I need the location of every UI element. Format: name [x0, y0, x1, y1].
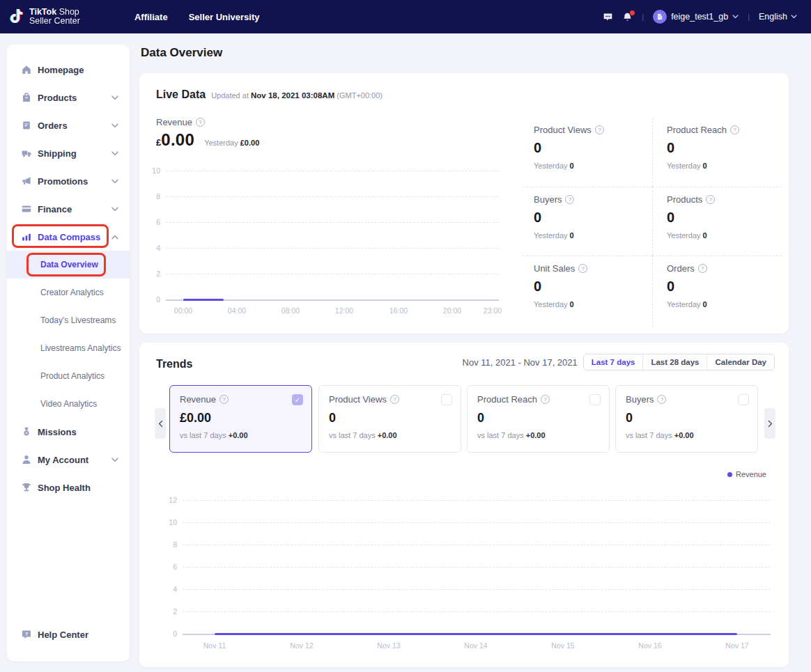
range-segmented-control: Last 7 daysLast 28 daysCalendar Day: [583, 354, 775, 370]
sidebar-item-label: Data Compass: [38, 232, 100, 242]
trends-chart: 121086420Nov 11Nov 12Nov 13Nov 14Nov 15N…: [139, 489, 789, 663]
sidebar-item-data-overview[interactable]: Data Overview: [7, 251, 130, 279]
stat-products: Products?0Yesterday 0: [652, 187, 782, 256]
y-tick-label: 4: [139, 585, 177, 593]
help-center-wrap: ? Help Center: [7, 620, 130, 648]
shop-health-icon: [21, 482, 32, 493]
header-nav: Affiliate Seller University: [134, 12, 260, 22]
carousel-right-button[interactable]: [764, 408, 775, 439]
updated-prefix: Updated at: [211, 91, 249, 100]
metric-card-label: Product Views: [329, 394, 387, 405]
sidebar-item-label: Shipping: [38, 148, 77, 159]
metric-card-buyers[interactable]: Buyers?0vs last 7 days +0.00: [615, 385, 758, 453]
live-data-title: Live Data: [156, 88, 206, 101]
sidebar-item-label: Finance: [38, 204, 72, 214]
sidebar-item-label: Products: [38, 93, 77, 103]
metric-card-revenue[interactable]: Revenue?✓£0.00vs last 7 days +0.00: [169, 385, 312, 453]
stat-value: 0: [667, 279, 782, 295]
checkbox-product-views[interactable]: [441, 394, 452, 405]
svg-text:?: ?: [25, 631, 29, 637]
question-circle-icon[interactable]: ?: [565, 195, 574, 204]
checkbox-revenue[interactable]: ✓: [292, 394, 303, 405]
metric-cards-row: Revenue?✓£0.00vs last 7 days +0.00Produc…: [139, 385, 789, 455]
x-tick-label: Nov 12: [284, 641, 319, 650]
question-circle-icon[interactable]: ?: [196, 118, 205, 127]
yesterday-value: 0: [570, 231, 574, 240]
sidebar-item-my-account[interactable]: My Account: [7, 446, 130, 474]
y-tick-label: 2: [139, 269, 160, 278]
sidebar-item-help-center[interactable]: ? Help Center: [7, 620, 130, 648]
revenue-data-line: [215, 633, 737, 635]
stat-yesterday: Yesterday 0: [667, 231, 782, 240]
yesterday-label: Yesterday: [667, 231, 703, 240]
y-tick-label: 0: [139, 295, 160, 304]
trends-card: Trends Nov 11, 2021 - Nov 17, 2021 Last …: [139, 343, 789, 667]
sidebar-item-data-compass[interactable]: Data Compass: [7, 223, 130, 251]
checkbox-product-reach[interactable]: [589, 394, 601, 405]
sidebar-item-finance[interactable]: Finance: [7, 195, 130, 223]
nav-affiliate[interactable]: Affiliate: [134, 12, 168, 22]
sidebar-item-products[interactable]: Products: [7, 84, 130, 111]
legend-label: Revenue: [736, 470, 766, 478]
stat-yesterday: Yesterday 0: [667, 300, 782, 308]
shipping-icon: [21, 148, 32, 159]
gridline: [166, 248, 499, 249]
notification-dot: [629, 10, 635, 16]
nav-seller-university[interactable]: Seller University: [189, 12, 260, 22]
header-divider: |: [748, 13, 750, 21]
top-header: TikTok Shop Seller Center Affiliate Sell…: [0, 0, 811, 33]
stat-yesterday: Yesterday 0: [534, 162, 652, 170]
sidebar-item-shipping[interactable]: Shipping: [7, 139, 130, 167]
sidebar-item-promotions[interactable]: Promotions: [7, 167, 130, 195]
range-button-last-7-days[interactable]: Last 7 days: [584, 354, 643, 370]
language-selector[interactable]: English: [759, 12, 797, 22]
question-circle-icon[interactable]: ?: [595, 125, 604, 134]
question-circle-icon[interactable]: ?: [578, 264, 587, 273]
gridline: [166, 222, 499, 223]
y-tick-label: 0: [139, 630, 177, 638]
trends-controls: Nov 11, 2021 - Nov 17, 2021 Last 7 daysL…: [463, 354, 775, 370]
yesterday-value: 0: [703, 231, 707, 240]
gridline: [183, 589, 771, 590]
chevron-down-icon: [111, 95, 118, 100]
stat-label-row: Product Reach?: [667, 125, 782, 135]
question-circle-icon[interactable]: ?: [657, 395, 666, 404]
gridline: [183, 567, 771, 568]
stat-unit-sales: Unit Sales?0Yesterday 0: [523, 256, 652, 327]
question-circle-icon[interactable]: ?: [219, 395, 229, 404]
sidebar-item-livestreams-analytics[interactable]: Livestreams Analytics: [7, 334, 130, 362]
question-circle-icon[interactable]: ?: [730, 125, 739, 134]
sidebar-item-todays-livestreams[interactable]: Today's Livestreams: [7, 306, 130, 334]
sidebar-item-missions[interactable]: Missions: [7, 418, 130, 446]
x-tick-label: 12:00: [327, 306, 362, 315]
stat-label: Products: [667, 194, 702, 205]
data-compass-icon: [21, 231, 32, 242]
tiktok-note-icon: [8, 8, 24, 26]
sidebar-item-creator-analytics[interactable]: Creator Analytics: [7, 279, 130, 306]
question-circle-icon[interactable]: ?: [541, 395, 550, 404]
tiktok-shop-logo[interactable]: TikTok Shop Seller Center: [8, 8, 80, 26]
question-circle-icon[interactable]: ?: [698, 264, 707, 273]
chevron-down-icon: [111, 207, 118, 212]
carousel-left-button[interactable]: [155, 408, 166, 439]
range-button-last-28-days[interactable]: Last 28 days: [642, 354, 706, 370]
x-tick-label: Nov 16: [633, 641, 667, 650]
range-button-calendar-day[interactable]: Calendar Day: [706, 354, 774, 370]
question-circle-icon[interactable]: ?: [706, 195, 715, 204]
chat-icon[interactable]: [603, 12, 613, 22]
sidebar-item-shop-health[interactable]: Shop Health: [7, 474, 130, 501]
gridline: [166, 196, 499, 197]
sidebar-item-product-analytics[interactable]: Product Analytics: [7, 362, 130, 390]
metric-card-product-reach[interactable]: Product Reach?0vs last 7 days +0.00: [467, 385, 610, 453]
metric-card-product-views[interactable]: Product Views?0vs last 7 days +0.00: [318, 385, 461, 453]
sidebar-item-homepage[interactable]: Homepage: [7, 56, 130, 84]
question-circle-icon[interactable]: ?: [390, 395, 399, 404]
user-menu[interactable]: feige_test1_gb: [653, 10, 739, 24]
notifications-bell-icon[interactable]: [622, 12, 633, 22]
checkbox-buyers[interactable]: [738, 394, 749, 405]
y-tick-label: 4: [139, 244, 160, 252]
sidebar-item-video-analytics[interactable]: Video Analytics: [7, 390, 130, 418]
sidebar-item-orders[interactable]: Orders: [7, 111, 130, 139]
gridline: [183, 611, 771, 612]
x-tick-label: 04:00: [219, 306, 254, 315]
